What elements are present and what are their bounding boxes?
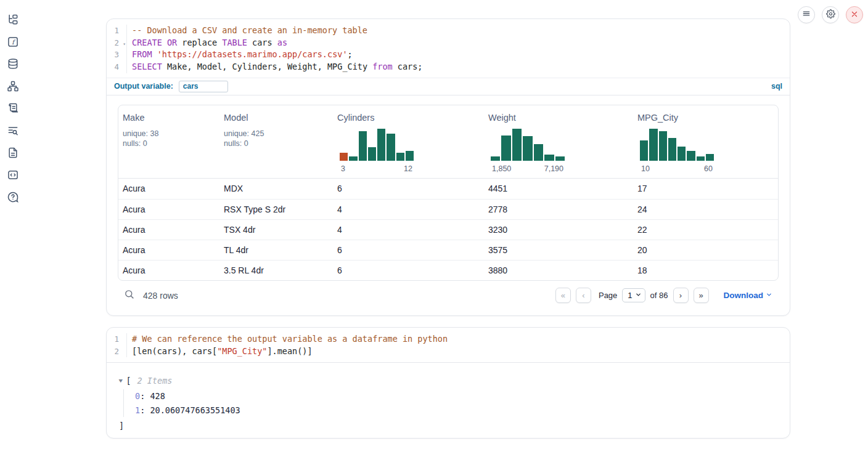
column-stat-unique: unique: 38	[123, 129, 219, 139]
table-cell: 24	[633, 204, 779, 214]
tree-entry: 0: 428	[135, 389, 777, 403]
menu-button[interactable]	[798, 6, 815, 23]
file-explorer-icon[interactable]	[6, 12, 20, 27]
download-button[interactable]: Download	[724, 291, 773, 300]
table-row[interactable]: AcuraMDX6445117	[118, 179, 778, 199]
table-cell: 22	[633, 225, 779, 235]
next-page-button[interactable]: ›	[673, 288, 689, 303]
table-cell: Acura	[118, 204, 219, 214]
logs-icon[interactable]	[6, 123, 20, 138]
bracket-open: [	[126, 376, 131, 386]
table-cell: 4451	[484, 184, 633, 193]
column-header-weight[interactable]: Weight1,8507,190	[484, 113, 633, 173]
table-header: Makeunique: 38nulls: 0Modelunique: 425nu…	[118, 105, 778, 179]
hist-bar	[349, 156, 357, 161]
chevron-down-icon[interactable]: ▼	[118, 378, 123, 384]
page-select-value: 1	[628, 291, 632, 300]
table-row[interactable]: AcuraTSX 4dr4323022	[118, 219, 778, 240]
code-line[interactable]: 1-- Download a CSV and create an in-memo…	[107, 25, 790, 37]
documentation-icon[interactable]	[6, 145, 20, 160]
chevron-down-icon	[766, 291, 772, 300]
sql-code-editor[interactable]: 1-- Download a CSV and create an in-memo…	[107, 19, 790, 78]
dependency-graph-icon[interactable]	[6, 79, 20, 94]
page-select[interactable]: 1	[622, 288, 645, 302]
column-name: Weight	[488, 113, 633, 123]
code-line[interactable]: 4SELECT Make, Model, Cylinders, Weight, …	[107, 61, 790, 73]
hist-bar	[406, 151, 414, 161]
language-badge[interactable]: sql	[771, 82, 782, 91]
hist-bar	[396, 153, 404, 161]
chevrons-left-icon: «	[561, 291, 565, 300]
column-histogram: 1060	[640, 129, 714, 173]
search-icon[interactable]	[124, 289, 134, 302]
code-text: CREATE OR replace TABLE cars as	[127, 37, 287, 49]
table-cell: 2778	[484, 204, 633, 214]
code-line[interactable]: 3FROM 'https://datasets.marimo.app/cars.…	[107, 49, 790, 61]
top-right-controls	[798, 6, 863, 23]
settings-button[interactable]	[822, 6, 839, 23]
page-of-label: of 86	[650, 291, 668, 300]
variables-icon[interactable]: f	[6, 34, 20, 49]
hist-bar	[706, 154, 714, 161]
line-number: 1	[107, 25, 127, 37]
first-page-button[interactable]: «	[555, 288, 571, 303]
line-number: 2	[107, 346, 127, 358]
hist-bar	[544, 155, 554, 161]
table-cell: 18	[633, 265, 779, 275]
table-cell: 20	[633, 245, 779, 255]
table-cell: 6	[333, 245, 484, 255]
table-footer: 428 rows « ‹ Page 1 of 86 › » Download	[118, 285, 779, 306]
shutdown-button[interactable]	[846, 6, 863, 23]
hist-axis: 312	[340, 164, 414, 173]
column-name: Model	[224, 113, 333, 123]
line-number: 2▾	[107, 37, 127, 49]
prev-page-button[interactable]: ‹	[576, 288, 591, 303]
line-number: 1	[107, 333, 127, 346]
left-sidebar: f	[0, 12, 26, 204]
table-cell: RSX Type S 2dr	[219, 204, 333, 214]
snippets-icon[interactable]	[6, 168, 20, 182]
gear-icon	[826, 9, 835, 21]
table-row[interactable]: AcuraRSX Type S 2dr4277824	[118, 199, 778, 219]
close-icon	[851, 9, 858, 20]
column-header-make[interactable]: Makeunique: 38nulls: 0	[118, 113, 219, 173]
column-stat-nulls: nulls: 0	[224, 139, 333, 149]
table-cell: Acura	[118, 225, 219, 235]
python-code-editor[interactable]: 1# We can reference the output variable …	[107, 328, 790, 363]
chevron-right-icon: ›	[679, 291, 682, 300]
last-page-button[interactable]: »	[694, 288, 709, 303]
bracket-close: ]	[119, 419, 777, 432]
hist-bar	[491, 156, 500, 161]
table-cell: 4	[333, 204, 484, 214]
hist-bar	[387, 134, 395, 161]
scratchpad-icon[interactable]	[6, 101, 20, 116]
result-table: Makeunique: 38nulls: 0Modelunique: 425nu…	[118, 105, 779, 281]
sql-cell: 1-- Download a CSV and create an in-memo…	[106, 18, 790, 316]
table-cell: 3575	[484, 245, 633, 255]
tree-root[interactable]: ▼ [ 2 Items	[119, 376, 777, 386]
column-stat-unique: unique: 425	[224, 129, 333, 139]
table-cell: 17	[633, 184, 779, 193]
datasources-icon[interactable]	[6, 57, 20, 71]
code-line[interactable]: 2[len(cars), cars["MPG_City"].mean()]	[107, 346, 790, 358]
help-icon[interactable]	[6, 190, 20, 204]
table-cell: TL 4dr	[219, 245, 333, 255]
hist-bar	[687, 151, 695, 161]
column-header-mpg_city[interactable]: MPG_City1060	[633, 113, 779, 173]
table-cell: Acura	[118, 184, 219, 193]
column-header-model[interactable]: Modelunique: 425nulls: 0	[219, 113, 333, 173]
column-histogram: 1,8507,190	[491, 129, 565, 173]
table-row[interactable]: AcuraTL 4dr6357520	[118, 240, 778, 260]
table-row[interactable]: Acura3.5 RL 4dr6388018	[118, 260, 778, 280]
hist-bar	[659, 131, 667, 161]
page-label: Page	[599, 291, 617, 300]
code-text: [len(cars), cars["MPG_City"].mean()]	[127, 346, 313, 358]
output-variable-input[interactable]	[179, 81, 228, 92]
table-body: AcuraMDX6445117AcuraRSX Type S 2dr427782…	[118, 179, 778, 280]
code-line[interactable]: 1# We can reference the output variable …	[107, 333, 790, 346]
output-tree: ▼ [ 2 Items 0: 4281: 20.060747663551403 …	[107, 363, 790, 432]
code-line[interactable]: 2▾CREATE OR replace TABLE cars as	[107, 37, 790, 49]
row-count: 428 rows	[143, 291, 178, 301]
column-histogram: 312	[340, 129, 414, 173]
column-header-cylinders[interactable]: Cylinders312	[333, 113, 484, 173]
